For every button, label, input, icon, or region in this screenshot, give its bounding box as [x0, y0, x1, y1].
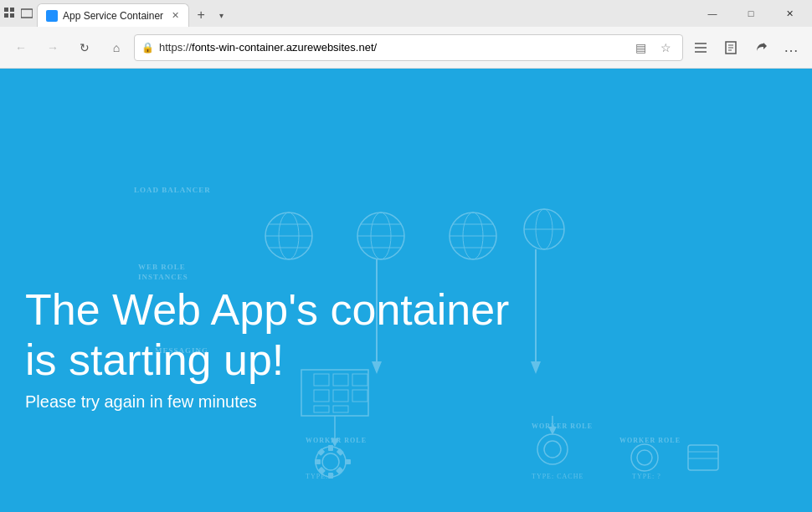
address-bar[interactable]: 🔒 https://fonts-win-container.azurewebsi… — [134, 34, 683, 61]
svg-rect-56 — [315, 459, 321, 464]
svg-text:TYPE: CACHE: TYPE: CACHE — [532, 473, 583, 480]
subtext: Please try again in few minutes — [25, 392, 509, 412]
svg-rect-1 — [10, 8, 14, 12]
home-button[interactable]: ⌂ — [102, 33, 131, 62]
url-protocol: https:// — [159, 41, 192, 54]
favorites-icon[interactable]: ☆ — [655, 38, 676, 58]
hub-button[interactable] — [686, 33, 715, 62]
nav-bar: ← → ↻ ⌂ 🔒 https://fonts-win-container.az… — [0, 27, 812, 69]
reader-mode-icon[interactable]: ▤ — [630, 38, 650, 58]
browser-frame: App Service Container ✕ + ▾ — □ ✕ ← → ↻ … — [0, 0, 812, 512]
tab-overflow-button[interactable]: ▾ — [213, 3, 229, 27]
svg-text:LOAD BALANCER: LOAD BALANCER — [134, 186, 211, 194]
maximize-button[interactable]: □ — [732, 0, 770, 27]
svg-rect-57 — [345, 459, 351, 464]
svg-marker-42 — [531, 361, 541, 374]
minimize-button[interactable]: — — [693, 0, 732, 27]
forward-button[interactable]: → — [39, 33, 67, 62]
svg-text:TYPE: ?: TYPE: ? — [632, 473, 661, 480]
nav-right: … — [686, 33, 805, 62]
svg-rect-58 — [317, 448, 325, 456]
svg-rect-3 — [10, 13, 14, 18]
heading: The Web App's container is starting up! — [25, 285, 509, 386]
svg-rect-2 — [4, 13, 8, 18]
refresh-button[interactable]: ↻ — [70, 33, 99, 62]
main-content: The Web App's container is starting up! … — [25, 285, 509, 412]
svg-rect-55 — [328, 473, 333, 479]
title-bar: App Service Container ✕ + ▾ — □ ✕ — [0, 0, 812, 27]
svg-rect-54 — [328, 445, 333, 451]
close-button[interactable]: ✕ — [770, 0, 809, 27]
back-button[interactable]: ← — [7, 33, 35, 62]
svg-point-64 — [631, 444, 658, 471]
new-tab-button[interactable]: + — [189, 3, 213, 27]
title-bar-left — [3, 7, 33, 20]
svg-text:WORKER ROLE: WORKER ROLE — [532, 422, 593, 430]
more-button[interactable]: … — [777, 33, 805, 62]
url-host: fonts-win-container.azurewebsites.net/ — [192, 41, 377, 54]
heading-line2: is starting up! — [25, 335, 284, 384]
tab-bar: App Service Container ✕ + ▾ — [37, 0, 690, 27]
svg-point-62 — [537, 434, 568, 464]
notes-button[interactable] — [717, 33, 745, 62]
window-controls: — □ ✕ — [693, 0, 809, 27]
svg-point-65 — [637, 450, 652, 465]
svg-point-53 — [322, 453, 339, 470]
tab-close-button[interactable]: ✕ — [168, 9, 182, 23]
share-button[interactable] — [747, 33, 775, 62]
svg-rect-66 — [688, 445, 718, 470]
taskbar-icon-settings[interactable] — [3, 7, 17, 20]
svg-rect-4 — [21, 9, 33, 18]
address-text: https://fonts-win-container.azurewebsite… — [159, 41, 625, 54]
svg-point-63 — [544, 441, 561, 458]
tab-title: App Service Container — [63, 10, 163, 22]
active-tab[interactable]: App Service Container ✕ — [37, 3, 189, 27]
svg-rect-59 — [337, 448, 344, 456]
heading-line1: The Web App's container — [25, 285, 509, 334]
lock-icon: 🔒 — [141, 42, 154, 54]
content-area: LOAD BALANCER WEB ROLE INSTANCES MESSAGI… — [0, 69, 812, 512]
taskbar-icon-app[interactable] — [20, 7, 33, 20]
svg-marker-72 — [548, 427, 557, 435]
tab-favicon — [46, 10, 58, 22]
svg-text:WORKER ROLE: WORKER ROLE — [619, 437, 681, 444]
svg-rect-0 — [4, 8, 8, 12]
svg-text:INSTANCES: INSTANCES — [138, 273, 188, 281]
svg-text:WEB ROLE: WEB ROLE — [138, 263, 186, 271]
